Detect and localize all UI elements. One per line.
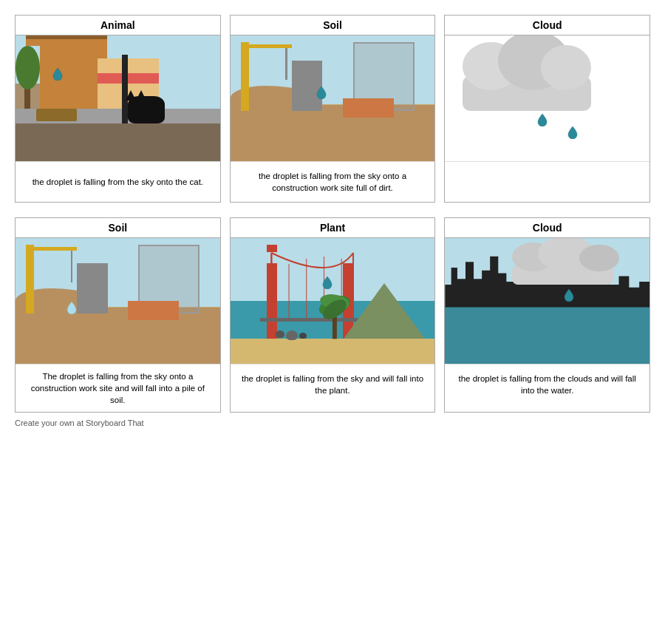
cell-header-cloud-city: Cloud (445, 218, 649, 238)
rocks (276, 331, 307, 340)
cat-ear-left (126, 90, 136, 101)
tree (16, 46, 40, 109)
crane-cable (71, 251, 73, 282)
bench (36, 109, 77, 121)
droplet-2 (567, 126, 578, 139)
cell-caption-cloud-1 (445, 161, 649, 202)
cell-image-cloud-city (445, 238, 649, 364)
svg-rect-8 (332, 317, 337, 339)
brick-wall (128, 301, 179, 320)
brick-wall (343, 98, 394, 118)
droplet (564, 288, 574, 302)
cloud-puff-3 (541, 45, 591, 90)
droplet (66, 301, 77, 314)
cell-cloud-1: Cloud (444, 15, 650, 203)
row-1: Animal (15, 15, 650, 203)
cell-caption-animal-1: the droplet is falling from the sky onto… (16, 161, 220, 202)
cell-header-soil-2: Soil (16, 218, 220, 238)
footer-text: Create your own at Storyboard That (15, 418, 650, 427)
crane-arm (241, 44, 292, 48)
cell-header-cloud-1: Cloud (445, 16, 649, 35)
scene-soil-2 (16, 238, 220, 364)
crane-pole (241, 42, 249, 112)
droplet (322, 276, 332, 289)
lamppost (122, 55, 128, 124)
row-2: Soil (15, 217, 650, 413)
droplet-1 (537, 113, 548, 126)
droplet (316, 86, 327, 99)
scene-animal (16, 35, 220, 161)
cell-soil-2: Soil (15, 217, 221, 413)
building1-roof (26, 35, 108, 39)
crane-arm (26, 247, 77, 251)
cell-soil-1: Soil (230, 15, 436, 203)
cloud (455, 42, 598, 112)
scene-plant (231, 238, 435, 364)
cell-image-animal-1 (16, 35, 220, 161)
cell-header-plant: Plant (231, 218, 435, 238)
cloud-overlay (506, 240, 618, 285)
cell-caption-soil-2: The droplet is falling from the sky onto… (16, 364, 220, 412)
cell-image-soil-1 (231, 35, 435, 161)
crane-cable (285, 48, 287, 80)
storyboard-grid: Animal (15, 15, 650, 413)
cell-image-plant (231, 238, 435, 364)
cat-ear-right (136, 90, 146, 101)
cell-plant: Plant (230, 217, 436, 413)
scene-soil-1 (231, 35, 435, 161)
building-bg (77, 263, 108, 313)
cell-header-soil-1: Soil (231, 16, 435, 35)
cell-cloud-city: Cloud (444, 217, 650, 413)
crane-pole (26, 245, 34, 314)
scene-cloud-city (445, 238, 649, 364)
scene-cloud-1 (445, 35, 649, 161)
cell-animal-1: Animal (15, 15, 221, 203)
water (445, 306, 649, 364)
cell-caption-cloud-city: the droplet is falling from the clouds a… (445, 364, 649, 404)
droplet (52, 67, 63, 81)
cell-header-animal-1: Animal (16, 16, 220, 35)
cell-image-soil-2 (16, 238, 220, 364)
cell-image-cloud-1 (445, 35, 649, 161)
mountain (344, 283, 425, 339)
cell-caption-plant: the droplet is falling from the sky and … (231, 364, 435, 404)
cell-caption-soil-1: the droplet is falling from the sky onto… (231, 161, 435, 202)
shop-awning (98, 73, 159, 84)
